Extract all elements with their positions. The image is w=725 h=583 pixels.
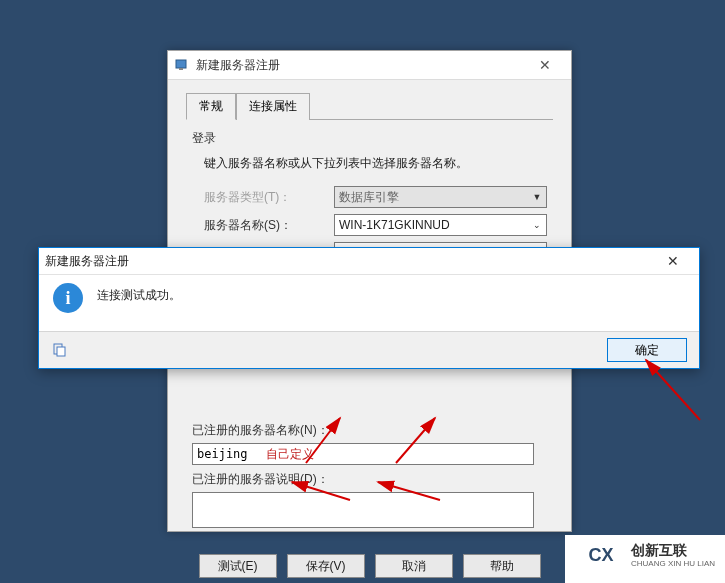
row-server-name: 服务器名称(S)： WIN-1K71GKINNUD ⌄ — [204, 214, 547, 236]
watermark: CX 创新互联 CHUANG XIN HU LIAN — [565, 535, 725, 583]
dropdown-server-name[interactable]: WIN-1K71GKINNUD ⌄ — [334, 214, 547, 236]
svg-rect-3 — [57, 347, 65, 356]
chevron-down-icon[interactable]: ⌄ — [528, 220, 546, 230]
row-server-type: 服务器类型(T)： 数据库引擎 ▼ — [204, 186, 547, 208]
msg-titlebar: 新建服务器注册 ✕ — [39, 248, 699, 275]
input-registered-name[interactable]: beijing 自己定义 — [192, 443, 534, 465]
dropdown-server-type-value: 数据库引擎 — [339, 189, 528, 206]
svg-rect-0 — [176, 60, 186, 68]
label-server-type: 服务器类型(T)： — [204, 189, 334, 206]
svg-rect-1 — [179, 68, 183, 70]
close-icon[interactable]: ✕ — [653, 250, 693, 272]
info-icon: i — [53, 283, 83, 313]
cancel-button[interactable]: 取消 — [375, 554, 453, 578]
tab-general[interactable]: 常规 — [186, 93, 236, 120]
msg-title: 新建服务器注册 — [45, 253, 653, 270]
annotation-custom: 自己定义 — [266, 446, 314, 463]
dialog-titlebar: 新建服务器注册 ✕ — [168, 51, 571, 80]
msg-text: 连接测试成功。 — [97, 287, 685, 304]
help-button[interactable]: 帮助 — [463, 554, 541, 578]
chevron-down-icon: ▼ — [528, 192, 546, 202]
msg-footer: 确定 — [39, 331, 699, 368]
watermark-content: CX 创新互联 CHUANG XIN HU LIAN — [581, 535, 717, 575]
server-register-icon — [174, 57, 190, 73]
tab-connection-properties[interactable]: 连接属性 — [236, 93, 310, 120]
test-button[interactable]: 测试(E) — [199, 554, 277, 578]
msg-body: i 连接测试成功。 — [39, 275, 699, 319]
login-hint: 键入服务器名称或从下拉列表中选择服务器名称。 — [204, 155, 547, 172]
tabs: 常规 连接属性 — [186, 92, 553, 120]
connection-test-result-dialog: 新建服务器注册 ✕ i 连接测试成功。 确定 — [38, 247, 700, 369]
label-registered-desc: 已注册的服务器说明(D)： — [192, 471, 553, 488]
watermark-en: CHUANG XIN HU LIAN — [629, 559, 717, 569]
watermark-logo-icon: CX — [581, 535, 621, 575]
input-registered-name-value: beijing — [197, 447, 248, 461]
label-registered-name: 已注册的服务器名称(N)： — [192, 422, 553, 439]
save-button[interactable]: 保存(V) — [287, 554, 365, 578]
watermark-cn: 创新互联 — [629, 542, 717, 559]
copy-icon[interactable] — [51, 342, 69, 358]
input-registered-desc[interactable] — [192, 492, 534, 528]
dialog-button-row: 测试(E) 保存(V) 取消 帮助 — [186, 546, 553, 578]
label-server-name: 服务器名称(S)： — [204, 217, 334, 234]
svg-line-4 — [646, 360, 700, 420]
login-header: 登录 — [192, 130, 547, 147]
dropdown-server-type: 数据库引擎 ▼ — [334, 186, 547, 208]
dialog-title: 新建服务器注册 — [196, 57, 525, 74]
watermark-text: 创新互联 CHUANG XIN HU LIAN — [629, 542, 717, 568]
close-icon[interactable]: ✕ — [525, 54, 565, 76]
dropdown-server-name-value: WIN-1K71GKINNUD — [339, 218, 528, 232]
ok-button[interactable]: 确定 — [607, 338, 687, 362]
